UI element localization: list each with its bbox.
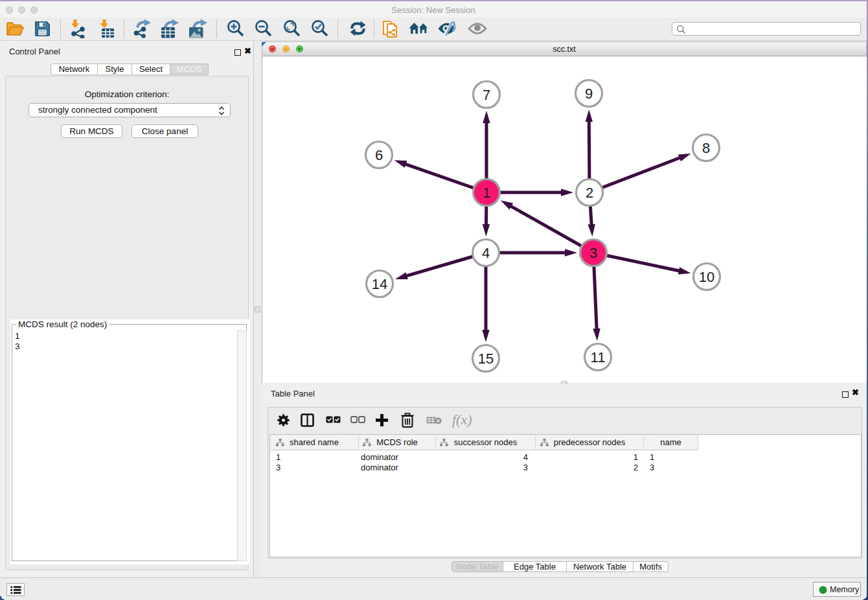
- svg-text:8: 8: [702, 140, 710, 156]
- svg-text:3: 3: [589, 245, 597, 261]
- svg-text:11: 11: [591, 349, 606, 365]
- svg-text:6: 6: [375, 147, 383, 163]
- svg-text:7: 7: [483, 87, 490, 103]
- svg-text:2: 2: [586, 185, 593, 201]
- svg-text:9: 9: [585, 86, 593, 102]
- svg-text:4: 4: [482, 245, 490, 261]
- svg-text:14: 14: [372, 276, 387, 292]
- svg-text:10: 10: [699, 269, 714, 285]
- svg-text:15: 15: [478, 351, 494, 367]
- svg-text:1: 1: [483, 185, 490, 201]
